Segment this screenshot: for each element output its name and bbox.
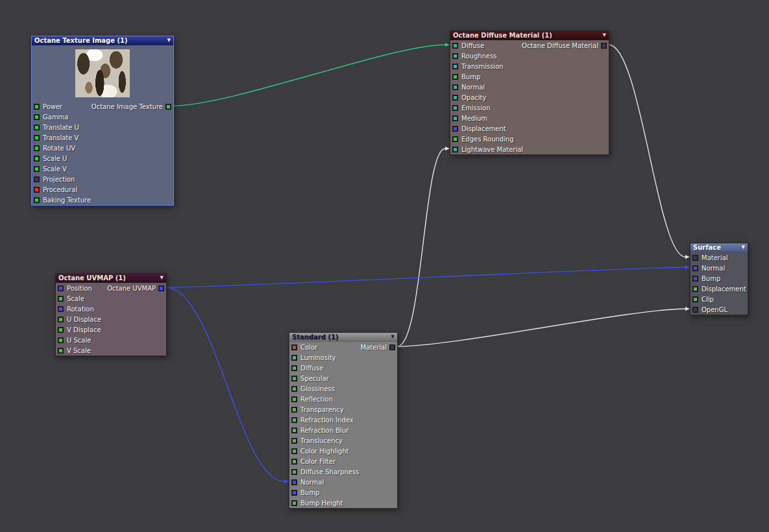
connection-wire[interactable] bbox=[609, 45, 685, 257]
node-editor-canvas[interactable]: Octane Texture Image (1)▼PowerOctane Ima… bbox=[0, 0, 769, 532]
input-connector[interactable] bbox=[58, 337, 64, 343]
node-title-bar[interactable]: Standard (1)▼ bbox=[289, 333, 397, 342]
output-connector[interactable] bbox=[389, 345, 395, 350]
chevron-down-icon[interactable]: ▼ bbox=[390, 333, 396, 341]
input-label: Scale U bbox=[43, 155, 67, 162]
input-connector[interactable] bbox=[34, 114, 40, 120]
input-label: Bump bbox=[702, 275, 720, 282]
connector-color-swatch bbox=[293, 439, 296, 442]
input-connector[interactable] bbox=[452, 147, 458, 152]
input-connector[interactable] bbox=[452, 53, 458, 59]
input-connector[interactable] bbox=[291, 428, 297, 433]
input-connector[interactable] bbox=[452, 74, 458, 80]
connector-color-swatch bbox=[293, 450, 296, 453]
output-connector[interactable] bbox=[165, 104, 171, 110]
node-title: Standard (1) bbox=[292, 333, 338, 341]
node-standard[interactable]: Standard (1)▼ColorMaterialLuminosityDiff… bbox=[289, 332, 398, 509]
node-octane-diffuse-material[interactable]: Octane Diffuse Material (1)▼DiffuseOctan… bbox=[450, 30, 609, 155]
input-label: Translate U bbox=[43, 124, 79, 131]
input-label: U Displace bbox=[67, 316, 101, 323]
node-title-bar[interactable]: Octane UVMAP (1)▼ bbox=[56, 274, 166, 283]
input-connector[interactable] bbox=[34, 197, 40, 203]
input-connector[interactable] bbox=[34, 187, 40, 193]
input-connector[interactable] bbox=[291, 417, 297, 423]
input-connector[interactable] bbox=[291, 448, 297, 454]
chevron-down-icon[interactable]: ▼ bbox=[740, 243, 746, 252]
input-connector[interactable] bbox=[452, 84, 458, 90]
input-connector[interactable] bbox=[291, 438, 297, 444]
input-connector[interactable] bbox=[452, 115, 458, 121]
input-connector[interactable] bbox=[452, 105, 458, 111]
chevron-down-icon[interactable]: ▼ bbox=[602, 31, 607, 40]
input-connector[interactable] bbox=[452, 126, 458, 132]
input-label: Scale bbox=[67, 295, 84, 302]
connector-color-swatch bbox=[293, 502, 296, 505]
input-connector[interactable] bbox=[58, 348, 64, 354]
texture-thumbnail[interactable] bbox=[75, 49, 130, 97]
input-connector[interactable] bbox=[452, 64, 458, 69]
input-connector[interactable] bbox=[291, 376, 297, 381]
input-connector[interactable] bbox=[452, 43, 458, 49]
input-label: Displacement bbox=[702, 285, 746, 293]
output-connector[interactable] bbox=[158, 285, 164, 291]
input-connector[interactable] bbox=[58, 306, 64, 312]
connector-color-swatch bbox=[694, 308, 697, 311]
output-connector[interactable] bbox=[601, 43, 607, 49]
connection-wire[interactable] bbox=[397, 149, 445, 346]
input-label: Position bbox=[67, 285, 92, 292]
node-row: Color Filter bbox=[289, 456, 397, 466]
connection-wire[interactable] bbox=[173, 45, 445, 106]
input-connector[interactable] bbox=[34, 176, 40, 182]
input-connector[interactable] bbox=[291, 500, 297, 506]
node-title-bar[interactable]: Octane Texture Image (1)▼ bbox=[32, 36, 173, 45]
input-connector[interactable] bbox=[58, 317, 64, 322]
connector-color-swatch bbox=[167, 105, 170, 108]
input-connector[interactable] bbox=[291, 469, 297, 475]
input-connector[interactable] bbox=[692, 276, 698, 282]
connector-color-swatch bbox=[293, 408, 296, 411]
input-connector[interactable] bbox=[452, 95, 458, 101]
node-row: OpenGL bbox=[690, 304, 748, 315]
connection-wire[interactable] bbox=[166, 287, 284, 481]
input-connector[interactable] bbox=[34, 166, 40, 172]
connector-color-swatch bbox=[293, 470, 296, 474]
node-title-bar[interactable]: Surface▼ bbox=[690, 243, 748, 252]
input-connector[interactable] bbox=[452, 136, 458, 142]
node-octane-texture-image[interactable]: Octane Texture Image (1)▼PowerOctane Ima… bbox=[31, 36, 174, 206]
input-connector[interactable] bbox=[291, 355, 297, 361]
input-connector[interactable] bbox=[291, 479, 297, 485]
input-connector[interactable] bbox=[692, 307, 698, 313]
input-label: Color bbox=[300, 344, 317, 351]
input-connector[interactable] bbox=[291, 459, 297, 465]
input-connector[interactable] bbox=[291, 490, 297, 496]
input-connector[interactable] bbox=[34, 125, 40, 130]
connection-wire[interactable] bbox=[397, 309, 685, 346]
connector-color-swatch bbox=[35, 126, 38, 129]
input-connector[interactable] bbox=[58, 296, 64, 302]
input-connector[interactable] bbox=[58, 285, 64, 291]
input-label: Emission bbox=[461, 104, 491, 112]
input-label: Diffuse bbox=[461, 42, 484, 49]
input-connector[interactable] bbox=[34, 145, 40, 151]
node-title-bar[interactable]: Octane Diffuse Material (1)▼ bbox=[450, 31, 609, 40]
node-octane-uvmap[interactable]: Octane UVMAP (1)▼PositionOctane UVMAPSca… bbox=[55, 273, 167, 356]
input-connector[interactable] bbox=[692, 286, 698, 292]
input-connector[interactable] bbox=[291, 396, 297, 402]
input-connector[interactable] bbox=[291, 407, 297, 413]
input-connector[interactable] bbox=[34, 104, 40, 110]
input-connector[interactable] bbox=[692, 255, 698, 261]
input-connector[interactable] bbox=[291, 386, 297, 392]
input-connector[interactable] bbox=[34, 135, 40, 141]
input-connector[interactable] bbox=[692, 265, 698, 271]
chevron-down-icon[interactable]: ▼ bbox=[159, 274, 165, 282]
connector-color-swatch bbox=[59, 349, 62, 352]
input-connector[interactable] bbox=[291, 365, 297, 371]
input-connector[interactable] bbox=[692, 296, 698, 302]
node-surface[interactable]: Surface▼MaterialNormalBumpDisplacementCl… bbox=[690, 243, 748, 315]
input-connector[interactable] bbox=[34, 156, 40, 162]
connector-color-swatch bbox=[694, 287, 697, 291]
input-connector[interactable] bbox=[291, 345, 297, 350]
connection-wire[interactable] bbox=[166, 267, 685, 287]
chevron-down-icon[interactable]: ▼ bbox=[166, 36, 172, 45]
input-connector[interactable] bbox=[58, 327, 64, 333]
